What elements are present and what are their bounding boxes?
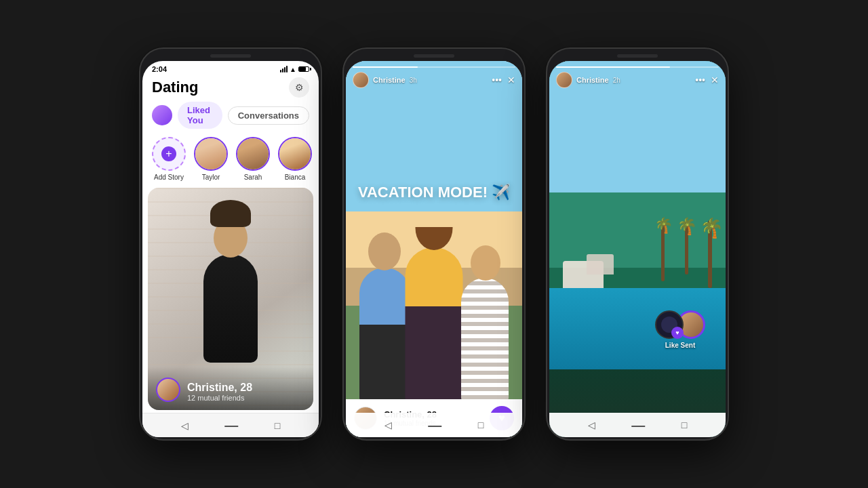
story-actions-3: ••• ✕ <box>695 75 719 85</box>
settings-button[interactable]: ⚙ <box>289 77 309 98</box>
taylor-circle <box>194 137 228 171</box>
back-nav-2[interactable]: ◁ <box>384 420 392 430</box>
wifi-icon: ▲ <box>290 66 296 73</box>
dating-screen: 2:04 ▲ Dating <box>142 61 319 437</box>
story-header-2: Christine 3h ••• ✕ <box>346 61 522 88</box>
back-nav-3[interactable]: ◁ <box>588 420 595 430</box>
conversations-label: Conversations <box>238 110 299 121</box>
recents-nav-icon[interactable]: □ <box>275 420 280 431</box>
story-progress-3 <box>556 66 719 68</box>
vacation-mode-text: VACATION MODE! <box>358 184 488 201</box>
progress-fill-3 <box>556 66 670 68</box>
story-user-avatar <box>353 72 369 88</box>
close-icon-3[interactable]: ✕ <box>711 75 719 85</box>
sarah-circle <box>236 137 270 171</box>
tab-conversations[interactable]: Conversations <box>228 106 309 125</box>
add-plus-icon: + <box>161 146 176 161</box>
phone-1: 2:04 ▲ Dating <box>139 47 322 441</box>
phone-3-screen: 🌴 🌴 🌴 Christine 2h <box>549 61 726 437</box>
close-icon[interactable]: ✕ <box>507 75 515 85</box>
more-options-icon[interactable]: ••• <box>492 75 502 85</box>
palm-tree-1: 🌴 <box>708 220 712 288</box>
story-username-3: Christine <box>576 76 609 84</box>
story-time-3: 2h <box>613 77 620 84</box>
story-bianca[interactable]: Bianca <box>278 137 312 181</box>
signal-icon <box>280 66 288 73</box>
phone-1-screen: 2:04 ▲ Dating <box>142 61 319 437</box>
status-icons: ▲ <box>280 66 309 73</box>
profile-avatar <box>152 105 172 125</box>
nav-bar-3: ◁ — □ <box>549 413 726 437</box>
status-bar: 2:04 ▲ <box>142 61 319 75</box>
recents-nav-3[interactable]: □ <box>682 420 687 430</box>
card-mutual: 12 mutual friends <box>187 394 305 402</box>
story-screen: Christine 3h ••• ✕ VACATION MODE! ✈️ <box>346 61 522 437</box>
tab-liked-you[interactable]: Liked You <box>178 102 222 129</box>
stories-row: + Add Story Taylor Sarah <box>142 134 319 188</box>
like-sent-label: Like Sent <box>665 342 695 349</box>
dating-header: Dating ⚙ <box>142 75 319 102</box>
story-user-info: Christine 3h <box>353 72 417 88</box>
like-sent-widget: ♥ Like Sent <box>655 310 705 349</box>
phone-2-screen: Christine 3h ••• ✕ VACATION MODE! ✈️ <box>346 61 522 437</box>
liked-you-label: Liked You <box>187 105 210 125</box>
home-nav-icon[interactable]: — <box>224 418 238 433</box>
more-options-icon-3[interactable]: ••• <box>695 75 705 85</box>
home-nav-2[interactable]: — <box>428 418 441 433</box>
progress-fill <box>353 66 418 68</box>
story-progress-bar <box>353 66 515 68</box>
like-sent-avatars: ♥ <box>655 310 705 339</box>
story-taylor[interactable]: Taylor <box>194 137 228 181</box>
profile-card[interactable]: Christine, 28 12 mutual friends <box>148 188 313 410</box>
palm-tree-3: 🌴 <box>661 220 665 281</box>
dating-title: Dating <box>152 79 198 96</box>
gear-icon: ⚙ <box>295 82 304 93</box>
story-sarah[interactable]: Sarah <box>236 137 270 181</box>
story-text-overlay: VACATION MODE! ✈️ <box>358 184 510 201</box>
story-user-row-3: Christine 2h <box>556 72 620 88</box>
home-nav-3[interactable]: — <box>631 418 645 433</box>
bianca-label: Bianca <box>285 174 306 181</box>
sarah-label: Sarah <box>244 174 262 181</box>
story-top-row: Christine 3h ••• ✕ <box>353 72 515 88</box>
tab-row: Liked You Conversations <box>142 102 319 134</box>
add-story-label: Add Story <box>154 174 184 181</box>
taylor-label: Taylor <box>202 174 220 181</box>
story-top-row-3: Christine 2h ••• ✕ <box>556 72 719 88</box>
story-add[interactable]: + Add Story <box>152 137 186 181</box>
story-username: Christine <box>373 76 406 84</box>
recents-nav-2[interactable]: □ <box>478 420 484 430</box>
card-name: Christine, 28 <box>187 382 305 394</box>
phone-3: 🌴 🌴 🌴 Christine 2h <box>546 47 729 441</box>
story-time: 3h <box>410 77 417 84</box>
resort-building-2 <box>587 254 614 274</box>
add-story-circle: + <box>152 137 186 171</box>
story-avatar-3 <box>556 72 572 88</box>
dark-avatar: ♥ <box>655 310 684 339</box>
resort-background <box>549 61 726 437</box>
card-text-info: Christine, 28 12 mutual friends <box>187 382 305 402</box>
palm-tree-2: 🌴 <box>685 220 688 274</box>
battery-icon <box>298 66 309 72</box>
story-actions: ••• ✕ <box>492 75 515 85</box>
phone-2: Christine 3h ••• ✕ VACATION MODE! ✈️ <box>342 47 526 441</box>
airplane-emoji: ✈️ <box>492 184 510 201</box>
card-info-bar: Christine, 28 12 mutual friends <box>148 367 313 410</box>
card-avatar <box>156 378 180 402</box>
time-display: 2:04 <box>152 65 167 73</box>
small-heart-badge: ♥ <box>671 327 684 339</box>
nav-bar-2: ◁ — □ <box>346 413 522 437</box>
nav-bar-1: ◁ — □ <box>142 413 319 437</box>
story-header-3: Christine 2h ••• ✕ <box>549 61 726 88</box>
resort-screen: 🌴 🌴 🌴 Christine 2h <box>549 61 726 437</box>
back-nav-icon[interactable]: ◁ <box>181 420 189 431</box>
bianca-circle <box>278 137 312 171</box>
